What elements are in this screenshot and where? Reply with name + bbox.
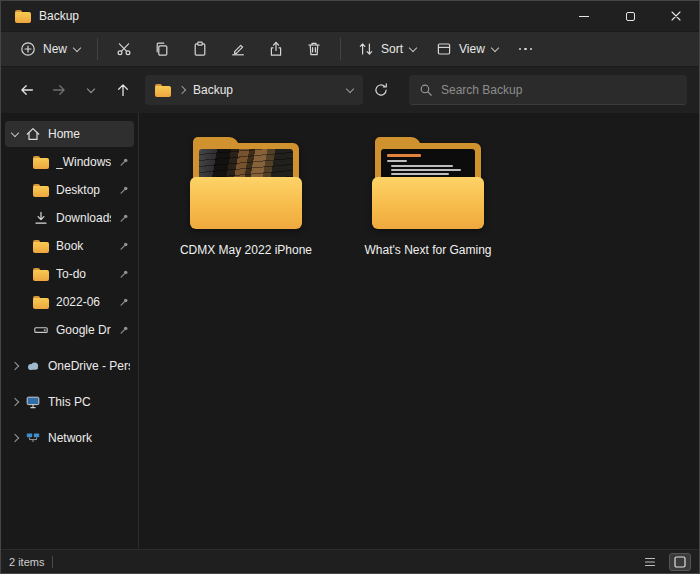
sort-button-label: Sort <box>381 42 403 56</box>
search-input[interactable] <box>441 83 677 97</box>
maximize-icon <box>626 12 635 21</box>
sidebar-item-todo[interactable]: To-do <box>5 261 134 287</box>
toolbar-divider <box>97 38 98 60</box>
sidebar-item-label: Home <box>48 127 130 141</box>
close-button[interactable] <box>653 1 699 31</box>
breadcrumb-folder[interactable]: Backup <box>193 83 233 97</box>
new-button[interactable]: New <box>11 36 89 62</box>
sidebar-item-book[interactable]: Book <box>5 233 134 259</box>
chevron-down-icon <box>409 43 417 51</box>
pin-icon <box>118 324 130 336</box>
view-button[interactable]: View <box>427 36 507 62</box>
ellipsis-icon <box>519 48 533 51</box>
chevron-down-icon <box>491 43 499 51</box>
chevron-down-icon[interactable] <box>11 128 19 136</box>
sidebar-item-windows[interactable]: _Windows <box>5 149 134 175</box>
rename-icon <box>230 41 246 57</box>
delete-icon <box>306 41 322 57</box>
sort-icon <box>358 41 374 57</box>
delete-button[interactable] <box>296 36 332 62</box>
sidebar-item-2022-06[interactable]: 2022-06 <box>5 289 134 315</box>
title-bar: Backup <box>1 1 699 31</box>
sidebar-item-home[interactable]: Home <box>5 121 134 147</box>
downloads-icon <box>33 210 49 226</box>
minimize-icon <box>579 16 589 17</box>
thumbnail-view-button[interactable] <box>669 553 691 571</box>
plus-circle-icon <box>20 41 36 57</box>
sidebar-item-google-drive[interactable]: Google Drive (G: <box>5 317 134 343</box>
item-count: 2 items <box>9 556 44 568</box>
folder-icon <box>33 184 49 197</box>
forward-button[interactable] <box>45 76 73 104</box>
up-button[interactable] <box>109 76 137 104</box>
rename-button[interactable] <box>220 36 256 62</box>
pin-icon <box>118 268 130 280</box>
refresh-button[interactable] <box>367 76 395 104</box>
copy-button[interactable] <box>144 36 180 62</box>
search-box[interactable] <box>409 75 687 105</box>
folder-icon <box>33 240 49 253</box>
pin-icon <box>118 184 130 196</box>
paste-icon <box>192 41 208 57</box>
sidebar-group-gap <box>5 417 134 425</box>
file-item-cdmx[interactable]: CDMX May 2022 iPhone <box>161 137 331 258</box>
file-explorer-window: Backup New <box>0 0 700 574</box>
sidebar-item-onedrive[interactable]: OneDrive - Personal <box>5 353 134 379</box>
chevron-right-icon[interactable] <box>11 362 19 370</box>
back-arrow-icon <box>19 82 35 98</box>
sidebar-item-label: This PC <box>48 395 130 409</box>
sidebar-item-label: Google Drive (G: <box>56 323 111 337</box>
folder-large-icon <box>187 137 305 231</box>
file-name[interactable]: CDMX May 2022 iPhone <box>180 243 312 258</box>
file-name[interactable]: What's Next for Gaming <box>365 243 492 258</box>
forward-arrow-icon <box>51 82 67 98</box>
view-icon <box>436 41 452 57</box>
sidebar-item-desktop[interactable]: Desktop <box>5 177 134 203</box>
sidebar-group-gap <box>5 345 134 353</box>
view-button-label: View <box>459 42 485 56</box>
sort-button[interactable]: Sort <box>349 36 425 62</box>
share-icon <box>268 41 284 57</box>
sidebar-item-this-pc[interactable]: This PC <box>5 389 134 415</box>
drive-icon <box>33 322 49 338</box>
chevron-right-icon[interactable] <box>11 398 19 406</box>
this-pc-icon <box>25 394 41 410</box>
folder-icon <box>33 156 49 169</box>
maximize-button[interactable] <box>607 1 653 31</box>
paste-button[interactable] <box>182 36 218 62</box>
copy-icon <box>154 41 170 57</box>
sidebar-item-label: To-do <box>56 267 111 281</box>
more-options-button[interactable] <box>509 43 543 56</box>
folder-large-icon <box>369 137 487 231</box>
title-bar-left: Backup <box>1 9 561 23</box>
details-view-button[interactable] <box>639 553 661 571</box>
recent-locations-button[interactable] <box>77 76 105 104</box>
chevron-down-icon[interactable] <box>346 84 354 92</box>
sidebar-item-downloads[interactable]: Downloads <box>5 205 134 231</box>
pin-icon <box>118 296 130 308</box>
file-item-gaming[interactable]: What's Next for Gaming <box>343 137 513 258</box>
folder-icon <box>33 296 49 309</box>
back-button[interactable] <box>13 76 41 104</box>
search-icon <box>419 83 433 97</box>
breadcrumb-chevron-icon <box>178 86 186 94</box>
sidebar-item-label: _Windows <box>56 155 111 169</box>
sidebar-item-label: Network <box>48 431 130 445</box>
chevron-down-icon <box>87 84 95 92</box>
folder-front <box>372 177 484 229</box>
thumbnail-view-icon <box>673 555 687 569</box>
pin-icon <box>118 156 130 168</box>
sidebar-item-label: OneDrive - Personal <box>48 359 130 373</box>
address-bar[interactable]: Backup <box>145 75 363 105</box>
file-list: CDMX May 2022 iPhone <box>139 113 699 549</box>
minimize-button[interactable] <box>561 1 607 31</box>
toolbar-divider <box>340 38 341 60</box>
refresh-icon <box>373 82 389 98</box>
sidebar-item-network[interactable]: Network <box>5 425 134 451</box>
folder-icon <box>33 268 49 281</box>
onedrive-cloud-icon <box>25 358 41 374</box>
network-icon <box>25 430 41 446</box>
cut-button[interactable] <box>106 36 142 62</box>
share-button[interactable] <box>258 36 294 62</box>
chevron-right-icon[interactable] <box>11 434 19 442</box>
